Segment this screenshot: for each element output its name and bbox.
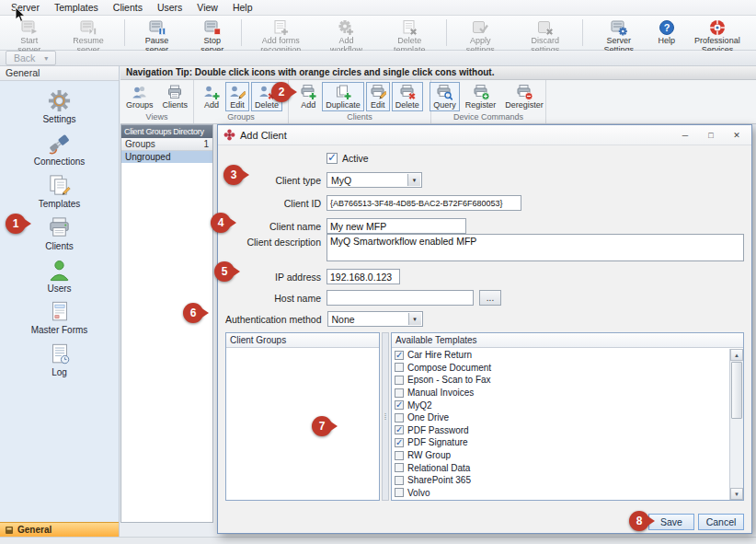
client-id-row: Client ID (225, 195, 744, 211)
authentication-method-select[interactable]: None ▾ (327, 311, 423, 327)
available-templates-panel-header[interactable]: Available Templates (392, 333, 743, 348)
duplicate-client-button[interactable]: Duplicate (322, 82, 364, 111)
template-checkbox[interactable] (395, 413, 404, 422)
help-button[interactable]: ? Help (652, 17, 682, 49)
active-label: Active (342, 153, 369, 164)
menu-item[interactable]: Help (225, 1, 260, 14)
directory-item-ungrouped[interactable]: Ungrouped (121, 151, 212, 163)
client-name-input[interactable] (326, 218, 466, 234)
minimize-button[interactable]: ─ (672, 127, 698, 144)
template-list-item[interactable]: PDF Password (392, 424, 729, 437)
template-checkbox[interactable] (395, 376, 404, 385)
annotation-marker-6: 6 (183, 303, 203, 323)
sidebar-header: General (0, 66, 119, 81)
scroll-up-icon[interactable]: ▲ (730, 349, 743, 361)
start-server-button[interactable]: Start server (3, 17, 55, 49)
sidebar-item-settings[interactable]: Settings (0, 88, 119, 125)
template-list-item[interactable]: Manual Invoices (392, 387, 729, 399)
menu-item[interactable]: Templates (47, 1, 106, 14)
templates-scrollbar[interactable]: ▲ ▼ (729, 349, 743, 500)
sidebar-item-label: Users (47, 284, 71, 294)
resume-server-button[interactable]: Resume server (55, 17, 120, 49)
template-checkbox[interactable] (395, 476, 404, 485)
client-id-input[interactable] (326, 195, 521, 211)
sidebar-item-connections[interactable]: Connections (0, 131, 119, 168)
add-forms-recognition-button[interactable]: Add forms recognition (245, 17, 316, 49)
template-list-item[interactable]: Volvo (392, 487, 729, 500)
ip-address-input[interactable] (326, 269, 400, 284)
template-list-item[interactable]: Compose Document (392, 362, 729, 375)
edit-client-button[interactable]: Edit (366, 82, 390, 111)
clients-printer-icon (47, 215, 72, 240)
sidebar-item-users[interactable]: Users (0, 258, 119, 295)
register-device-button[interactable]: Register (462, 82, 500, 111)
groups-view-button[interactable]: Groups (122, 82, 157, 111)
delete-template-button[interactable]: Delete template (376, 17, 443, 49)
menu-item[interactable]: Clients (106, 1, 150, 14)
client-groups-list[interactable] (226, 349, 379, 500)
deregister-device-button[interactable]: Deregister (501, 82, 547, 111)
menu-item[interactable]: View (189, 1, 225, 14)
template-list-item[interactable]: SharePoint 365 (392, 474, 729, 487)
status-strip (0, 537, 756, 544)
client-description-input[interactable]: MyQ Smartworkflow enabled MFP (326, 234, 744, 261)
query-device-button[interactable]: Query (430, 82, 460, 111)
template-checkbox[interactable] (395, 488, 404, 497)
menu-item[interactable]: Users (150, 1, 189, 14)
clients-view-button[interactable]: Clients (159, 82, 192, 111)
apply-settings-button[interactable]: Apply settings (450, 17, 511, 49)
maximize-button[interactable]: □ (698, 127, 724, 144)
client-type-select[interactable]: MyQ ▾ (326, 172, 422, 188)
pause-server-button[interactable]: Pause server (128, 17, 187, 49)
template-checkbox[interactable] (395, 463, 404, 472)
template-checkbox[interactable] (395, 438, 404, 447)
template-label: Manual Invoices (407, 388, 474, 398)
available-templates-list[interactable]: Car Hire Return Compose Document Epson -… (392, 349, 729, 500)
discard-settings-button[interactable]: Discard settings (511, 17, 579, 49)
template-list-item[interactable]: Epson - Scan to Fax (392, 374, 729, 387)
log-document-icon (48, 342, 72, 366)
sidebar-item-label: Settings (42, 114, 75, 124)
sidebar-footer-general[interactable]: General (0, 522, 119, 537)
directory-column-header[interactable]: Groups 1 (121, 138, 212, 151)
template-checkbox[interactable] (395, 425, 404, 434)
back-button[interactable]: Back ▾ (6, 51, 56, 65)
ribbon-group-views: Groups Clients Views (120, 80, 194, 123)
sidebar-item-log[interactable]: Log (0, 342, 119, 379)
client-groups-panel-header[interactable]: Client Groups (226, 333, 379, 348)
delete-client-button[interactable]: Delete (392, 82, 423, 111)
template-checkbox[interactable] (395, 388, 404, 398)
template-checkbox[interactable] (395, 400, 404, 410)
stop-server-button[interactable]: Stop server (186, 17, 238, 49)
host-name-browse-button[interactable]: ... (479, 290, 501, 306)
template-list-item[interactable]: Car Hire Return (392, 349, 729, 362)
scrollbar-thumb[interactable] (731, 362, 742, 419)
add-group-button[interactable]: Add (200, 82, 223, 111)
template-checkbox[interactable] (395, 363, 404, 372)
sidebar-item-label: Log (52, 367, 67, 377)
active-checkbox[interactable] (326, 153, 338, 164)
edit-group-button[interactable]: Edit (225, 82, 249, 111)
template-checkbox[interactable] (395, 351, 404, 360)
professional-services-button[interactable]: Professional Services (682, 17, 753, 49)
add-workflow-button[interactable]: Add workflow (316, 17, 375, 49)
template-list-item[interactable]: Relational Data (392, 461, 729, 474)
host-name-input[interactable] (326, 290, 474, 306)
panel-splitter[interactable]: ⁞ (382, 332, 389, 501)
template-checkbox[interactable] (395, 451, 404, 460)
sidebar-item-templates[interactable]: Templates (0, 173, 119, 210)
server-settings-button[interactable]: Server Settings (586, 17, 652, 49)
template-list-item[interactable]: One Drive (392, 411, 729, 424)
dialog-titlebar[interactable]: Add Client ─ □ ✕ (218, 125, 751, 145)
sidebar-item-master-forms[interactable]: Master Forms (0, 300, 119, 337)
template-list-item[interactable]: RW Group (392, 449, 729, 462)
resume-server-icon (79, 19, 97, 36)
template-list-item[interactable]: PDF Signature (392, 436, 729, 449)
client-groups-panel-title: Client Groups (230, 335, 286, 345)
cancel-button[interactable]: Cancel (698, 514, 744, 530)
close-button[interactable]: ✕ (724, 127, 750, 144)
toolbar-separator (582, 19, 583, 46)
scroll-down-icon[interactable]: ▼ (730, 488, 743, 500)
template-list-item[interactable]: MyQ2 (392, 399, 729, 411)
chevron-down-icon: ▾ (408, 313, 421, 325)
